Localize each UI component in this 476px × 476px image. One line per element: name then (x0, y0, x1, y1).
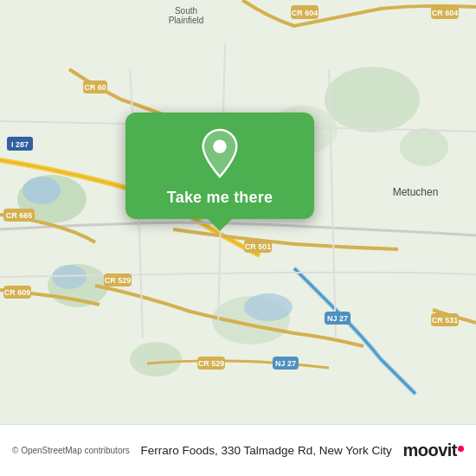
svg-text:Plainfield: Plainfield (169, 16, 204, 25)
svg-text:CR 609: CR 609 (4, 288, 31, 297)
svg-text:CR 529: CR 529 (105, 276, 132, 285)
svg-text:Metuchen: Metuchen (393, 186, 439, 198)
take-me-there-card[interactable]: Take me there (125, 113, 314, 219)
svg-point-8 (23, 177, 61, 204)
location-pin-icon (196, 128, 243, 180)
svg-text:CR 529: CR 529 (198, 359, 225, 368)
svg-point-1 (325, 67, 420, 132)
place-south-plainfield: South (175, 6, 197, 16)
osm-attribution: © OpenStreetMap contributors (12, 446, 130, 455)
svg-text:NJ 27: NJ 27 (327, 314, 348, 323)
moovit-dot (458, 446, 464, 452)
svg-text:CR 604: CR 604 (292, 9, 318, 17)
location-label: Ferraro Foods, 330 Talmadge Rd, New York… (130, 444, 403, 457)
svg-text:NJ 27: NJ 27 (275, 359, 296, 368)
svg-text:CR 604: CR 604 (432, 9, 459, 17)
svg-text:CR 60: CR 60 (84, 83, 106, 92)
svg-text:CR 501: CR 501 (245, 242, 272, 251)
take-me-there-button[interactable]: Take me there (167, 189, 273, 207)
svg-text:CR 665: CR 665 (6, 211, 33, 220)
svg-point-37 (213, 140, 226, 153)
bottom-bar: © OpenStreetMap contributors Ferraro Foo… (0, 424, 476, 476)
svg-point-10 (244, 293, 293, 321)
svg-text:CR 531: CR 531 (432, 316, 459, 325)
moovit-text: moovit (402, 441, 457, 460)
moovit-logo: moovit (402, 441, 464, 460)
svg-point-6 (130, 342, 182, 376)
map-container: South Plainfield CR 604 CR 604 CR 60 I 2… (0, 0, 476, 424)
svg-text:I 287: I 287 (11, 140, 29, 149)
svg-point-9 (52, 265, 87, 289)
svg-point-2 (400, 128, 448, 166)
